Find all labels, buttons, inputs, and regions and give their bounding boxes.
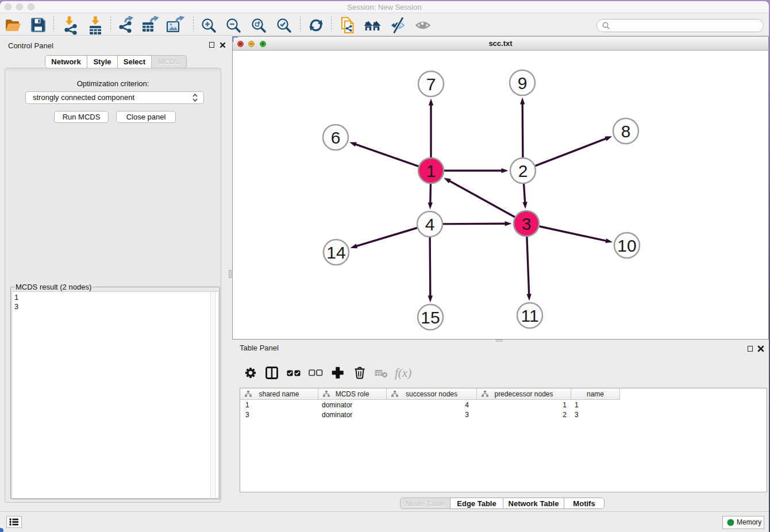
svg-text:11: 11 — [521, 306, 538, 325]
svg-text:14: 14 — [326, 243, 345, 262]
svg-text:15: 15 — [421, 308, 440, 327]
svg-text:8: 8 — [621, 122, 631, 141]
svg-text:6: 6 — [331, 128, 341, 147]
svg-text:3: 3 — [522, 214, 532, 233]
svg-text:7: 7 — [426, 75, 436, 94]
svg-text:4: 4 — [425, 215, 435, 234]
svg-text:1: 1 — [426, 161, 436, 180]
svg-text:10: 10 — [617, 236, 636, 255]
svg-text:2: 2 — [518, 161, 528, 180]
svg-text:9: 9 — [518, 74, 528, 92]
